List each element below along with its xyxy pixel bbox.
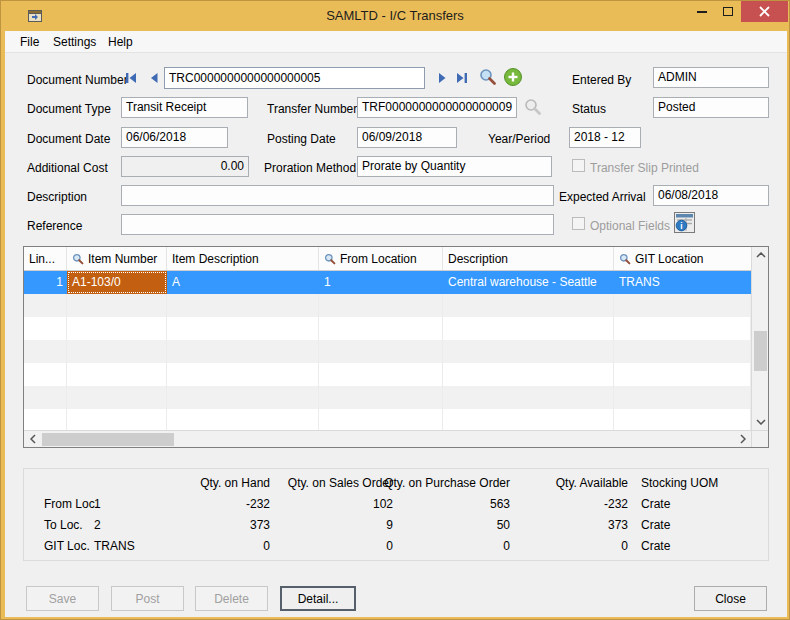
column-header-item-number[interactable]: Item Number [67,247,167,270]
summary-row-label: To Loc. [44,518,83,532]
vertical-scroll-thumb[interactable] [754,331,767,371]
expected-arrival-label: Expected Arrival [559,190,646,204]
summary-header-stocking-uom: Stocking UOM [641,476,718,490]
additional-cost-label: Additional Cost [27,161,108,175]
column-header-from-location[interactable]: From Location [319,247,443,270]
scrollbar-corner [751,430,768,447]
summary-qty-on-hand: 373 [170,518,270,532]
column-header-git-location[interactable]: GIT Location [614,247,751,270]
quantity-summary-panel: Qty. on Hand Qty. on Sales Order Qty. on… [23,468,769,561]
proration-method-field: Prorate by Quantity [357,156,552,177]
summary-header-qty-available: Qty. Available [498,476,628,490]
cell-line-number[interactable]: 1 [24,271,67,294]
reference-field[interactable] [121,214,554,235]
titlebar: SAMLTD - I/C Transfers [1,1,789,31]
grid-row-selected[interactable]: 1 A1-103/0 A 1 Central warehouse - Seatt… [24,271,751,294]
minimize-button[interactable] [689,1,715,22]
grid-empty-row[interactable] [24,386,751,409]
column-header-item-description[interactable]: Item Description [167,247,319,270]
window-title: SAMLTD - I/C Transfers [1,8,789,23]
grid-horizontal-scrollbar[interactable] [24,430,751,447]
nav-next-icon[interactable] [435,71,449,85]
save-button: Save [26,586,99,611]
menu-settings[interactable]: Settings [53,35,96,49]
transfer-number-finder-icon [523,97,543,117]
transfer-slip-printed-label: Transfer Slip Printed [590,161,699,175]
detail-grid: Lin... Item Number Item Description From… [23,246,769,448]
document-type-field: Transit Receipt [121,97,248,118]
grid-empty-row[interactable] [24,340,751,363]
summary-row-location: 1 [94,497,101,511]
menu-help[interactable]: Help [108,35,133,49]
horizontal-scroll-thumb[interactable] [42,433,174,446]
summary-qty-on-sales-order: 9 [293,518,393,532]
close-icon [759,6,770,17]
summary-row-location: 2 [94,518,101,532]
column-header-line-number[interactable]: Lin... [24,247,67,270]
status-label: Status [572,102,606,116]
expected-arrival-field: 06/08/2018 [653,185,769,206]
description-field[interactable] [121,185,554,206]
cell-git-location[interactable]: TRANS [614,271,751,294]
cell-item-number[interactable]: A1-103/0 [67,271,167,294]
grid-vertical-scrollbar[interactable] [751,247,768,430]
maximize-button[interactable] [715,1,741,22]
summary-header-qty-on-hand: Qty. on Hand [140,476,270,490]
finder-column-icon [72,253,84,265]
grid-empty-row[interactable] [24,363,751,386]
nav-previous-icon[interactable] [147,71,161,85]
additional-cost-field: 0.00 [121,156,249,177]
summary-qty-on-hand: 0 [170,539,270,553]
finder-column-icon [324,253,336,265]
scroll-down-icon[interactable] [752,414,769,430]
document-number-label: Document Number [27,73,128,87]
transfer-number-field: TRF0000000000000000009 [357,97,517,118]
summary-qty-available: 0 [528,539,628,553]
entered-by-label: Entered By [572,73,631,87]
proration-method-label: Proration Method [264,161,356,175]
scroll-up-icon[interactable] [752,247,769,263]
optional-fields-checkbox [572,217,585,230]
summary-qty-available: -232 [528,497,628,511]
reference-label: Reference [27,219,82,233]
optional-fields-zoom-icon[interactable]: i [674,212,695,233]
grid-empty-row[interactable] [24,317,751,340]
close-button[interactable]: Close [694,586,767,611]
cell-description[interactable]: Central warehouse - Seattle [443,271,614,294]
year-period-label: Year/Period [488,132,550,146]
transfer-slip-printed-checkbox [572,159,585,172]
summary-qty-on-purchase-order: 0 [410,539,510,553]
posting-date-field: 06/09/2018 [357,127,457,148]
column-header-description[interactable]: Description [443,247,614,270]
document-number-finder-icon[interactable] [478,67,498,87]
nav-first-icon[interactable] [124,71,139,85]
status-field: Posted [653,97,769,118]
cell-item-description[interactable]: A [167,271,319,294]
delete-button: Delete [195,586,268,611]
transfer-number-label: Transfer Number [267,102,357,116]
detail-button[interactable]: Detail... [280,586,356,611]
optional-fields-label: Optional Fields [590,219,670,233]
svg-text:i: i [680,221,682,231]
post-button: Post [111,586,184,611]
summary-row-label: GIT Loc. [44,539,90,553]
document-type-label: Document Type [27,102,111,116]
summary-stocking-uom: Crate [641,518,670,532]
finder-column-icon [619,253,631,265]
summary-qty-on-sales-order: 102 [293,497,393,511]
grid-empty-row[interactable] [24,294,751,317]
entered-by-field: ADMIN [653,67,769,88]
cell-from-location[interactable]: 1 [319,271,443,294]
grid-empty-row[interactable] [24,409,751,430]
scroll-right-icon[interactable] [734,431,751,447]
summary-qty-on-hand: -232 [170,497,270,511]
scroll-left-icon[interactable] [24,431,41,447]
document-number-input[interactable] [164,67,425,89]
summary-row-label: From Loc. [44,497,98,511]
new-document-icon[interactable] [503,67,523,87]
nav-last-icon[interactable] [454,71,469,85]
summary-qty-on-purchase-order: 50 [410,518,510,532]
menu-file[interactable]: File [20,35,39,49]
app-window: SAMLTD - I/C Transfers File Settings Hel… [0,0,790,620]
close-window-button[interactable] [741,1,788,22]
